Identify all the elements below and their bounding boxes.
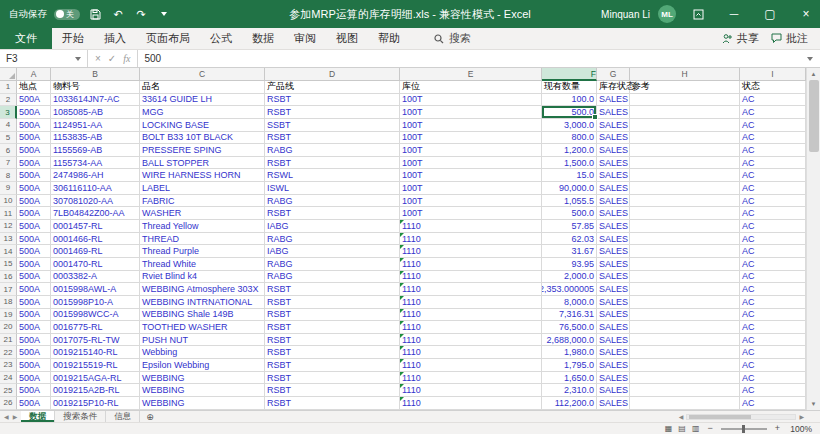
cell-F16[interactable]: 2,000.0	[542, 271, 597, 284]
cell-D24[interactable]: RSBT	[265, 372, 400, 385]
autosave-toggle[interactable]: 关	[54, 9, 80, 20]
cell-D16[interactable]: RABG	[265, 271, 400, 284]
select-all-corner[interactable]	[0, 68, 17, 81]
cell-G18[interactable]: SALES	[597, 296, 630, 309]
cell-G5[interactable]: SALES	[597, 132, 630, 145]
cell-I3[interactable]: AC	[740, 106, 806, 119]
cell-B26[interactable]: 0019215P10-RL	[51, 397, 140, 410]
cell-B6[interactable]: 1155569-AB	[51, 144, 140, 157]
scroll-right-icon[interactable]: ▶	[799, 413, 804, 420]
cell-H22[interactable]	[630, 346, 740, 359]
cell-E20[interactable]: 1110	[400, 321, 542, 334]
name-box[interactable]: F3	[0, 50, 88, 67]
row-header-17[interactable]: 17	[0, 283, 17, 296]
cell-D19[interactable]: RSBT	[265, 309, 400, 322]
cell-E16[interactable]: 1110	[400, 271, 542, 284]
cell-G24[interactable]: SALES	[597, 372, 630, 385]
cell-H24[interactable]	[630, 372, 740, 385]
cell-E3[interactable]: 100T	[400, 106, 542, 119]
cell-F15[interactable]: 93.95	[542, 258, 597, 271]
cell-I16[interactable]: AC	[740, 271, 806, 284]
cell-I11[interactable]: AC	[740, 207, 806, 220]
comments-button[interactable]: 批注	[771, 31, 808, 46]
cell-B17[interactable]: 0015998AWL-A	[51, 283, 140, 296]
cell-F19[interactable]: 7,316.31	[542, 309, 597, 322]
cell-H23[interactable]	[630, 359, 740, 372]
cell-D15[interactable]: RABG	[265, 258, 400, 271]
cell-F11[interactable]: 500.0	[542, 207, 597, 220]
cell-A2[interactable]: 500A	[17, 94, 51, 107]
cell-H18[interactable]	[630, 296, 740, 309]
cell-A7[interactable]: 500A	[17, 157, 51, 170]
cell-H25[interactable]	[630, 384, 740, 397]
row-header-11[interactable]: 11	[0, 207, 17, 220]
cell-D5[interactable]: RSBT	[265, 132, 400, 145]
cell-I20[interactable]: AC	[740, 321, 806, 334]
cell-H17[interactable]	[630, 283, 740, 296]
close-button[interactable]: ×	[792, 0, 820, 28]
cell-C2[interactable]: 33614 GUIDE LH	[140, 94, 265, 107]
horizontal-scroll-thumb[interactable]	[689, 415, 751, 419]
vertical-scroll-thumb[interactable]	[809, 80, 819, 152]
cell-C22[interactable]: Webbing	[140, 346, 265, 359]
cell-A6[interactable]: 500A	[17, 144, 51, 157]
cell-B13[interactable]: 0001466-RL	[51, 233, 140, 246]
zoom-level[interactable]: 100%	[788, 424, 812, 434]
row-header-8[interactable]: 8	[0, 169, 17, 182]
cell-G20[interactable]: SALES	[597, 321, 630, 334]
cell-E26[interactable]: 1110	[400, 397, 542, 410]
cell-F24[interactable]: 1,650.0	[542, 372, 597, 385]
cell-B10[interactable]: 307081020-AA	[51, 195, 140, 208]
row-header-4[interactable]: 4	[0, 119, 17, 132]
cell-E9[interactable]: 100T	[400, 182, 542, 195]
sheet-tab-数据[interactable]: 数据	[21, 411, 55, 422]
cell-H15[interactable]	[630, 258, 740, 271]
cell-F4[interactable]: 3,000.0	[542, 119, 597, 132]
cell-F13[interactable]: 62.03	[542, 233, 597, 246]
cell-C4[interactable]: LOCKING BASE	[140, 119, 265, 132]
cell-I15[interactable]: AC	[740, 258, 806, 271]
row-header-24[interactable]: 24	[0, 372, 17, 385]
cell-G8[interactable]: SALES	[597, 169, 630, 182]
cell-B12[interactable]: 0001457-RL	[51, 220, 140, 233]
cell-C23[interactable]: Epsilon Webbing	[140, 359, 265, 372]
cell-I13[interactable]: AC	[740, 233, 806, 246]
row-header-12[interactable]: 12	[0, 220, 17, 233]
row-header-25[interactable]: 25	[0, 384, 17, 397]
column-header-H[interactable]: H	[630, 68, 740, 81]
cell-C15[interactable]: Thread White	[140, 258, 265, 271]
insert-function-icon[interactable]: fx	[123, 53, 130, 64]
cell-C21[interactable]: PUSH NUT	[140, 334, 265, 347]
column-header-I[interactable]: I	[740, 68, 806, 81]
cell-H4[interactable]	[630, 119, 740, 132]
cell-F7[interactable]: 1,500.0	[542, 157, 597, 170]
cell-G7[interactable]: SALES	[597, 157, 630, 170]
cell-I21[interactable]: AC	[740, 334, 806, 347]
sheet-nav-right-icon[interactable]: ▶	[13, 413, 18, 420]
cell-D11[interactable]: RSBT	[265, 207, 400, 220]
cell-A1[interactable]: 地点	[17, 81, 51, 94]
cell-I19[interactable]: AC	[740, 309, 806, 322]
cell-F18[interactable]: 8,000.0	[542, 296, 597, 309]
cell-F17[interactable]: 12,353.000005	[542, 283, 597, 296]
row-header-26[interactable]: 26	[0, 397, 17, 410]
cell-A10[interactable]: 500A	[17, 195, 51, 208]
column-header-A[interactable]: A	[17, 68, 51, 81]
cell-A9[interactable]: 500A	[17, 182, 51, 195]
cell-C12[interactable]: Thread Yellow	[140, 220, 265, 233]
cell-C5[interactable]: BOLT B33 10T BLACK	[140, 132, 265, 145]
column-header-F[interactable]: F	[542, 68, 597, 81]
cell-A20[interactable]: 500A	[17, 321, 51, 334]
cell-E7[interactable]: 100T	[400, 157, 542, 170]
cell-H11[interactable]	[630, 207, 740, 220]
scroll-left-icon[interactable]: ◀	[679, 413, 684, 420]
cell-A14[interactable]: 500A	[17, 245, 51, 258]
cell-E8[interactable]: 100T	[400, 169, 542, 182]
cell-B23[interactable]: 0019215519-RL	[51, 359, 140, 372]
row-header-13[interactable]: 13	[0, 233, 17, 246]
cell-I26[interactable]: AC	[740, 397, 806, 410]
cell-D20[interactable]: RSBT	[265, 321, 400, 334]
cell-A4[interactable]: 500A	[17, 119, 51, 132]
cell-B18[interactable]: 0015998P10-A	[51, 296, 140, 309]
cell-C3[interactable]: MGG	[140, 106, 265, 119]
